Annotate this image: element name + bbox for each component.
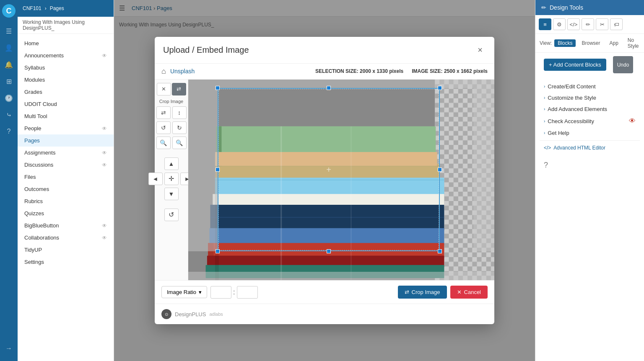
ratio-height-input[interactable] — [237, 286, 258, 299]
sidebar-user-icon[interactable]: 👤 — [1, 40, 16, 55]
create-edit-content-item[interactable]: › Create/Edit Content — [540, 81, 640, 92]
code-view-icon[interactable]: </> — [567, 18, 580, 30]
cancel-tool-tab[interactable]: ✕ — [157, 83, 171, 95]
crop-selection[interactable]: + — [218, 88, 440, 251]
view-tab-blocks[interactable]: Blocks — [554, 39, 576, 47]
nav-menu: CNF101 › Pages Working With Images Using… — [18, 0, 114, 361]
crop-icon: ⇄ — [405, 289, 409, 295]
sidebar-clock-icon[interactable]: 🕐 — [1, 90, 16, 106]
footer-left: Image Ratio ▾ : — [161, 286, 258, 299]
nav-item-quizzes[interactable]: Quizzes — [18, 207, 114, 219]
crop-outside-right — [473, 88, 494, 251]
crop-handle-bottom-left[interactable] — [216, 249, 220, 253]
modal-title: Upload / Embed Image — [163, 45, 249, 55]
chevron-right-icon-1: › — [544, 84, 545, 89]
sidebar-arrow-icon[interactable]: → — [1, 341, 16, 356]
crop-handle-bottom-mid[interactable] — [327, 249, 331, 253]
crop-handle-top-mid[interactable] — [327, 86, 331, 90]
eye-icon[interactable]: 👁 — [102, 235, 107, 241]
sidebar-forward-icon[interactable]: ⤷ — [1, 107, 16, 122]
view-tab-browser[interactable]: Browser — [578, 39, 603, 47]
main-content: ☰ CNF101 › Pages Working With Images Usi… — [114, 0, 535, 361]
nav-item-discussions[interactable]: Discussions👁 — [18, 159, 114, 171]
crop-handle-right-mid[interactable] — [438, 168, 442, 172]
settings-view-icon[interactable]: ⚙ — [553, 18, 566, 30]
tool-tabs: ✕ ⇄ — [157, 83, 186, 95]
zoom-out-button[interactable]: 🔍 — [172, 137, 187, 149]
rotate-right-button[interactable]: ↻ — [172, 121, 187, 134]
move-up-button[interactable]: ▲ — [164, 157, 179, 170]
nav-item-people[interactable]: People👁 — [18, 122, 114, 134]
nav-item-modules[interactable]: Modules — [18, 74, 114, 86]
question-mark-icon[interactable]: ? — [540, 157, 552, 173]
modal-toolbar: ⌂ Unsplash SELECTION SIZE: 2000 x 1330 p… — [155, 64, 494, 80]
sidebar-bell-icon[interactable]: 🔔 — [1, 57, 16, 72]
eye-icon[interactable]: 👁 — [102, 126, 107, 132]
nav-item-bigbluebutton[interactable]: BigBlueButton👁 — [18, 219, 114, 232]
nav-item-label: BigBlueButton — [24, 222, 59, 229]
crop-handle-bottom-right[interactable] — [438, 249, 442, 253]
crop-handle-top-right[interactable] — [438, 86, 442, 90]
eye-icon[interactable]: 👁 — [102, 162, 107, 168]
zoom-in-button[interactable]: 🔍 — [156, 137, 171, 149]
crop-handle-left-mid[interactable] — [216, 168, 220, 172]
crop-handle-top-left[interactable] — [216, 86, 220, 90]
nav-item-tidyup[interactable]: TidyUP — [18, 244, 114, 256]
unsplash-link[interactable]: Unsplash — [170, 68, 195, 75]
refresh-button[interactable]: ↺ — [164, 209, 179, 221]
blocks-view-icon[interactable]: ≡ — [539, 18, 551, 30]
tag-view-icon[interactable]: 🏷 — [610, 18, 623, 30]
crop-tool-tab[interactable]: ⇄ — [172, 83, 186, 95]
ratio-width-input[interactable] — [210, 286, 231, 299]
modal-close-button[interactable]: × — [474, 44, 486, 57]
nav-item-home[interactable]: Home — [18, 37, 114, 49]
crop-button-label: Crop Image — [412, 289, 440, 295]
sidebar-help-icon[interactable]: ? — [1, 124, 16, 139]
move-center-button[interactable]: ✛ — [164, 173, 179, 185]
nav-item-settings[interactable]: Settings — [18, 256, 114, 268]
image-ratio-button[interactable]: Image Ratio ▾ — [161, 286, 207, 298]
cut-view-icon[interactable]: ✂ — [596, 18, 608, 30]
eye-icon[interactable]: 👁 — [102, 53, 107, 59]
crop-image-button[interactable]: ⇄ Crop Image — [398, 286, 447, 299]
nav-item-udoit-cloud[interactable]: UDOIT Cloud — [18, 98, 114, 110]
home-icon[interactable]: ⌂ — [161, 67, 166, 76]
add-content-blocks-button[interactable]: + Add Content Blocks — [544, 59, 606, 71]
chevron-right-icon-5: › — [544, 131, 545, 135]
eye-icon[interactable]: 👁 — [102, 150, 107, 156]
nav-item-pages[interactable]: Pages — [18, 134, 114, 147]
nav-item-multi-tool[interactable]: Multi Tool — [18, 110, 114, 122]
undo-button[interactable]: Undo — [613, 56, 634, 73]
check-accessibility-item[interactable]: › Check Accessibility 👁 — [540, 115, 640, 127]
nav-item-grades[interactable]: Grades — [18, 86, 114, 98]
crop-outside-bottom — [188, 272, 494, 280]
nav-item-syllabus[interactable]: Syllabus — [18, 62, 114, 74]
customize-style-item[interactable]: › Customize the Style — [540, 92, 640, 103]
advanced-html-editor-item[interactable]: </> Advanced HTML Editor — [540, 142, 640, 153]
nav-item-assignments[interactable]: Assignments👁 — [18, 147, 114, 159]
eye-icon[interactable]: 👁 — [102, 223, 107, 229]
nav-item-outcomes[interactable]: Outcomes — [18, 183, 114, 195]
nav-item-label: Collaborations — [24, 235, 59, 241]
view-tab-app[interactable]: App — [606, 39, 622, 47]
get-help-item[interactable]: › Get Help — [540, 127, 640, 139]
move-down-button[interactable]: ▼ — [164, 188, 179, 200]
nav-item-collaborations[interactable]: Collaborations👁 — [18, 232, 114, 244]
flip-vertical-button[interactable]: ↕ — [172, 106, 187, 119]
nav-subbreadcrumb: Working With Images Using DesignPLUS_ — [18, 17, 114, 34]
nav-item-files[interactable]: Files — [18, 171, 114, 183]
rotate-left-button[interactable]: ↺ — [156, 121, 171, 134]
nav-item-label: People — [24, 125, 41, 132]
add-advanced-elements-item[interactable]: › Add Advanced Elements — [540, 103, 640, 115]
view-tab-nostyle[interactable]: No Style — [624, 36, 642, 50]
nav-item-announcements[interactable]: Announcements👁 — [18, 49, 114, 62]
pen-view-icon[interactable]: ✏ — [582, 18, 594, 30]
app-logo[interactable]: C — [1, 3, 16, 18]
sidebar-menu-icon[interactable]: ☰ — [1, 23, 16, 39]
cancel-button[interactable]: ✕ Cancel — [450, 286, 488, 299]
code-icon: </> — [544, 145, 551, 151]
flip-horizontal-button[interactable]: ⇄ — [156, 106, 171, 119]
move-left-button[interactable]: ◄ — [148, 173, 163, 185]
nav-item-rubrics[interactable]: Rubrics — [18, 195, 114, 207]
sidebar-grid-icon[interactable]: ⊞ — [1, 74, 16, 89]
